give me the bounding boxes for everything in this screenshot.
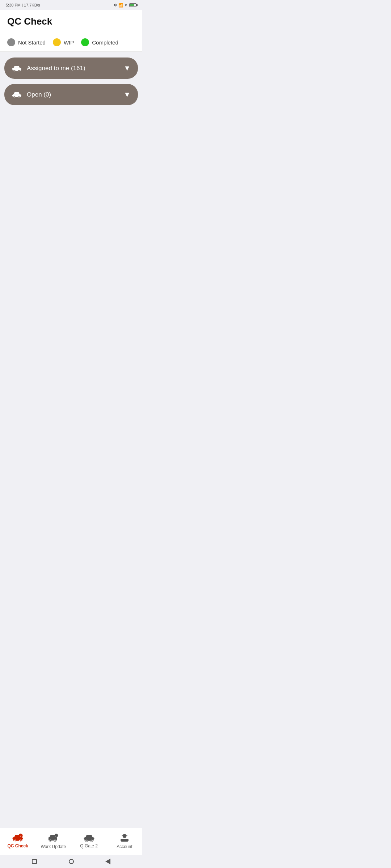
not-started-dot (7, 38, 15, 46)
svg-point-9 (14, 97, 15, 98)
completed-dot (81, 38, 89, 46)
wip-dot (53, 38, 61, 46)
open-header[interactable]: Open (0) ▼ (4, 84, 138, 105)
svg-rect-6 (20, 68, 21, 70)
completed-label: Completed (92, 39, 118, 46)
svg-rect-13 (20, 95, 21, 96)
svg-point-11 (18, 97, 20, 98)
not-started-label: Not Started (18, 39, 46, 46)
open-chevron-icon: ▼ (123, 90, 131, 99)
legend-completed: Completed (81, 38, 118, 46)
legend-wip: WIP (53, 38, 74, 46)
page-title: QC Check (7, 16, 52, 27)
car-icon-open (12, 91, 22, 98)
assigned-chevron-icon: ▼ (123, 64, 131, 72)
status-legend: Not Started WIP Completed (0, 33, 142, 52)
svg-point-4 (18, 70, 20, 72)
main-content: Assigned to me (161) ▼ Open (0) ▼ (0, 52, 142, 261)
status-bar: 5:30 PM | 17.7KB/s ❄ 📶 ▾ (0, 0, 142, 10)
page-header: QC Check (0, 10, 142, 33)
status-icons: ❄ 📶 ▾ (114, 3, 136, 8)
battery-icon (129, 3, 136, 7)
assigned-to-me-title: Assigned to me (161) (27, 65, 85, 72)
assigned-to-me-accordion[interactable]: Assigned to me (161) ▼ (4, 58, 138, 79)
svg-point-2 (14, 70, 15, 72)
svg-rect-12 (12, 95, 13, 96)
accordion-left: Assigned to me (161) (12, 65, 85, 72)
bluetooth-icon: ❄ (114, 3, 117, 8)
legend-not-started: Not Started (7, 38, 46, 46)
car-icon (12, 65, 22, 72)
wip-label: WIP (64, 39, 74, 46)
status-time-network: 5:30 PM | 17.7KB/s (6, 3, 40, 7)
wifi-icon: 📶 (118, 3, 123, 8)
empty-area (4, 110, 138, 255)
open-accordion[interactable]: Open (0) ▼ (4, 84, 138, 105)
open-title: Open (0) (27, 91, 51, 98)
svg-rect-5 (12, 68, 13, 70)
accordion-left-open: Open (0) (12, 91, 51, 98)
assigned-to-me-header[interactable]: Assigned to me (161) ▼ (4, 58, 138, 79)
signal-icon: ▾ (125, 3, 127, 8)
